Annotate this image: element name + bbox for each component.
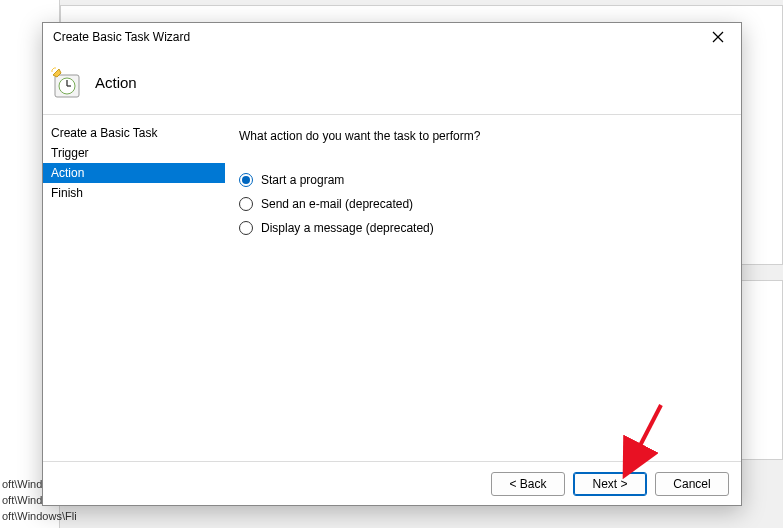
radio-row-start-program[interactable]: Start a program	[239, 173, 723, 187]
close-icon	[712, 31, 724, 43]
radio-label-display-message: Display a message (deprecated)	[261, 221, 434, 235]
radio-label-send-email: Send an e-mail (deprecated)	[261, 197, 413, 211]
wizard-content: What action do you want the task to perf…	[225, 115, 741, 461]
radio-start-program[interactable]	[239, 173, 253, 187]
nav-item-action[interactable]: Action	[43, 163, 225, 183]
radio-row-send-email[interactable]: Send an e-mail (deprecated)	[239, 197, 723, 211]
nav-item-trigger[interactable]: Trigger	[43, 143, 225, 163]
radio-label-start-program: Start a program	[261, 173, 344, 187]
wizard-dialog: Create Basic Task Wizard Action Create a…	[42, 22, 742, 506]
cancel-button[interactable]: Cancel	[655, 472, 729, 496]
radio-row-display-message[interactable]: Display a message (deprecated)	[239, 221, 723, 235]
back-button[interactable]: < Back	[491, 472, 565, 496]
action-prompt: What action do you want the task to perf…	[239, 129, 723, 143]
wizard-step-title: Action	[95, 74, 137, 91]
dialog-title: Create Basic Task Wizard	[53, 30, 190, 44]
next-button[interactable]: Next >	[573, 472, 647, 496]
close-button[interactable]	[703, 27, 733, 47]
radio-send-email[interactable]	[239, 197, 253, 211]
bg-path-3: oft\Windows\Fli	[2, 510, 77, 522]
wizard-body: Create a Basic Task Trigger Action Finis…	[43, 115, 741, 461]
radio-display-message[interactable]	[239, 221, 253, 235]
wizard-icon	[51, 67, 83, 99]
wizard-nav: Create a Basic Task Trigger Action Finis…	[43, 115, 225, 461]
wizard-footer: < Back Next > Cancel	[43, 461, 741, 505]
nav-item-finish[interactable]: Finish	[43, 183, 225, 203]
titlebar: Create Basic Task Wizard	[43, 23, 741, 51]
nav-item-create-basic-task[interactable]: Create a Basic Task	[43, 123, 225, 143]
wizard-header: Action	[43, 51, 741, 115]
